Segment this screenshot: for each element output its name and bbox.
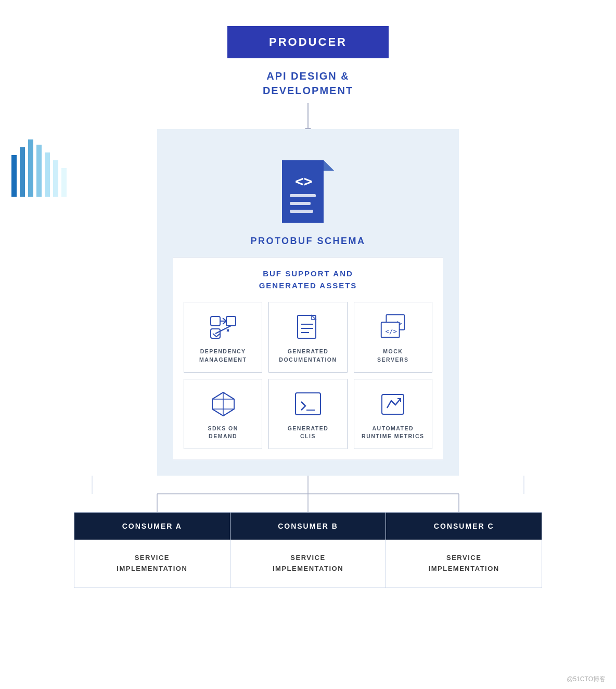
consumer-a-box: CONSUMER A [74, 513, 230, 540]
svg-line-24 [212, 392, 223, 399]
consumer-b-box: CONSUMER B [230, 513, 386, 540]
buf-support-label: BUF SUPPORT ANDGENERATED ASSETS [184, 268, 432, 291]
connector-lines [74, 476, 542, 512]
generated-documentation-label: GENERATEDDOCUMENTATION [279, 348, 337, 364]
producer-label: PRODUCER [269, 35, 347, 48]
decorative-bars [11, 139, 67, 197]
svg-rect-11 [298, 315, 316, 338]
watermark: @51CTO博客 [567, 675, 606, 684]
card-dependency-management: DEPENDENCYMANAGEMENT [184, 302, 262, 373]
consumer-a-label: CONSUMER A [122, 522, 182, 530]
mock-servers-icon: </> </> [377, 313, 408, 341]
svg-line-26 [212, 409, 223, 416]
svg-rect-8 [226, 316, 236, 326]
consumer-c-col: CONSUMER C SERVICEIMPLEMENTATION [386, 512, 542, 588]
protobuf-schema-label: PROTOBUF SCHEMA [250, 236, 365, 247]
metrics-icon [377, 390, 408, 418]
consumer-c-label: CONSUMER C [434, 522, 494, 530]
sdks-on-demand-label: SDKS ONDEMAND [208, 425, 238, 441]
consumer-b-col: CONSUMER B SERVICEIMPLEMENTATION [230, 512, 386, 588]
svg-rect-6 [290, 210, 313, 213]
card-generated-clis: GENERATEDCLIS [268, 379, 347, 450]
api-design-label: API DESIGN &DEVELOPMENT [263, 69, 353, 98]
svg-text:</>: </> [386, 327, 397, 335]
svg-rect-30 [382, 394, 404, 414]
generated-clis-label: GENERATEDCLIS [288, 425, 329, 441]
card-generated-documentation: GENERATEDDOCUMENTATION [268, 302, 347, 373]
svg-line-25 [223, 392, 234, 399]
svg-rect-28 [296, 393, 320, 415]
generated-cli-icon [292, 390, 324, 418]
consumer-a-col: CONSUMER A SERVICEIMPLEMENTATION [74, 512, 230, 588]
svg-line-27 [223, 409, 234, 416]
svg-rect-7 [211, 316, 220, 326]
consumer-a-service: SERVICEIMPLEMENTATION [74, 540, 230, 588]
consumer-c-service: SERVICEIMPLEMENTATION [386, 540, 542, 588]
sdks-icon [208, 390, 239, 418]
svg-text:<>: <> [295, 173, 313, 190]
card-mock-servers: </> </> MOCKSERVERS [354, 302, 432, 373]
mock-servers-label: MOCKSERVERS [377, 348, 409, 364]
buf-support-box: BUF SUPPORT ANDGENERATED ASSETS [173, 257, 443, 460]
arrow-connector [307, 103, 309, 129]
card-sdks-on-demand: SDKS ONDEMAND [184, 379, 262, 450]
producer-box: PRODUCER [227, 26, 389, 58]
automated-runtime-metrics-label: AUTOMATEDRUNTIME METRICS [362, 425, 425, 441]
protobuf-doc-icon: <> [277, 155, 339, 228]
generated-doc-icon [292, 313, 324, 341]
consumer-c-box: CONSUMER C [386, 513, 542, 540]
svg-rect-5 [290, 202, 311, 205]
svg-marker-2 [324, 160, 334, 171]
consumers-section: CONSUMER A SERVICEIMPLEMENTATION CONSUME… [74, 512, 542, 588]
dependency-management-label: DEPENDENCYMANAGEMENT [199, 348, 247, 364]
cards-grid: DEPENDENCYMANAGEMENT [184, 302, 432, 449]
consumer-b-label: CONSUMER B [278, 522, 338, 530]
consumer-b-service: SERVICEIMPLEMENTATION [230, 540, 386, 588]
card-automated-runtime-metrics: AUTOMATEDRUNTIME METRICS [354, 379, 432, 450]
dependency-icon [208, 313, 239, 341]
page-wrapper: PRODUCER API DESIGN &DEVELOPMENT [48, 10, 568, 604]
svg-marker-0 [282, 160, 324, 223]
main-container: <> PROTOBUF SCHEMA BUF SUPPORT ANDGENERA… [157, 129, 459, 476]
svg-rect-4 [290, 194, 316, 197]
